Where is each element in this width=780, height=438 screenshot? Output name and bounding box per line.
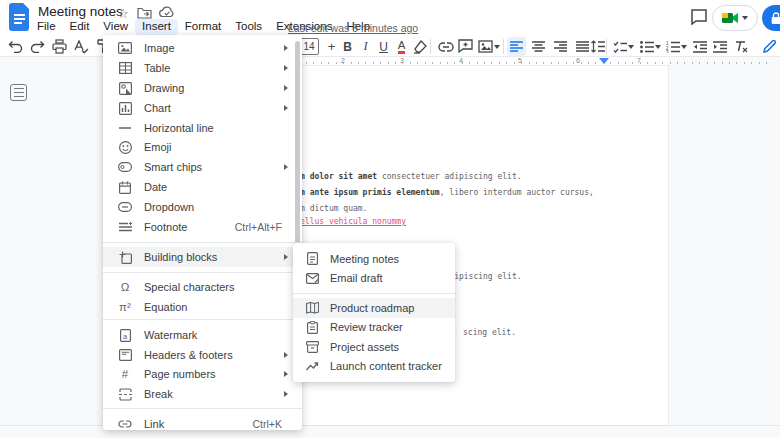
submenu-arrow — [284, 391, 288, 397]
increase-indent-icon[interactable] — [710, 37, 729, 56]
menu-item-chart[interactable]: Chart — [103, 98, 302, 118]
submenu-arrow — [284, 45, 288, 51]
menu-item-watermark[interactable]: a Watermark — [103, 325, 302, 345]
menu-item-equation[interactable]: π² Equation — [103, 297, 302, 317]
insert-menu: Image Table Drawing Chart Horizontal lin… — [103, 35, 302, 430]
menu-item-horizontal-line[interactable]: Horizontal line — [103, 118, 302, 138]
menu-item-dropdown[interactable]: Dropdown — [103, 197, 302, 217]
google-docs-window: Meeting notes ☆ File Edit View Insert Fo… — [0, 0, 780, 438]
align-right-icon[interactable] — [551, 37, 570, 56]
show-outline-icon[interactable] — [10, 84, 27, 101]
redo-icon[interactable] — [28, 37, 47, 56]
drawing-icon — [117, 80, 133, 96]
review-tracker-icon — [305, 320, 320, 335]
menu-item-image[interactable]: Image — [103, 38, 302, 58]
table-icon — [117, 60, 133, 76]
link-icon — [117, 416, 133, 432]
product-roadmap-icon — [305, 300, 320, 315]
menu-insert[interactable]: Insert — [135, 19, 178, 35]
special-characters-icon: Ω — [117, 279, 133, 295]
text-color-icon[interactable]: A — [392, 37, 411, 56]
menu-view[interactable]: View — [96, 19, 135, 35]
date-icon — [117, 179, 133, 195]
submenu-item-review-tracker[interactable]: Review tracker — [293, 318, 455, 338]
docs-logo-icon[interactable] — [9, 3, 31, 31]
meet-icon — [722, 11, 739, 25]
menu-item-headers-footers[interactable]: Headers & footers — [103, 345, 302, 365]
menu-file[interactable]: File — [30, 19, 63, 35]
editing-mode-pencil-icon[interactable] — [760, 37, 779, 56]
underline-icon[interactable]: U — [374, 37, 393, 56]
open-comments-icon[interactable] — [690, 8, 708, 26]
svg-text:a: a — [123, 331, 128, 340]
numbered-list-caret[interactable] — [681, 45, 687, 49]
document-title[interactable]: Meeting notes — [38, 4, 123, 19]
menu-item-link[interactable]: Link Ctrl+K — [103, 414, 302, 434]
doc-text-line: m dictum quam. — [300, 203, 367, 214]
decrease-indent-icon[interactable] — [690, 37, 709, 56]
menu-tools[interactable]: Tools — [228, 19, 269, 35]
emoji-icon — [117, 139, 133, 155]
line-spacing-icon[interactable] — [588, 37, 607, 56]
last-edit-link[interactable]: Last edit was 5 minutes ago — [288, 22, 418, 34]
insert-link-icon[interactable] — [436, 37, 455, 56]
ruler-number: 7 — [637, 57, 641, 64]
doc-text-line: m ante ipsum primis elementum, libero in… — [300, 187, 594, 198]
svg-text:3: 3 — [666, 49, 669, 53]
menu-item-emoji[interactable]: Emoji — [103, 137, 302, 157]
submenu-item-email-draft[interactable]: Email draft — [293, 269, 455, 289]
font-size-value[interactable]: 14 — [299, 38, 319, 55]
menu-item-date[interactable]: Date — [103, 177, 302, 197]
spellcheck-icon[interactable] — [72, 37, 91, 56]
menu-item-page-numbers[interactable]: # Page numbers — [103, 364, 302, 384]
menu-item-footnote[interactable]: Footnote Ctrl+Alt+F — [103, 217, 302, 237]
building-blocks-submenu: Meeting notes Email draft Product roadma… — [293, 243, 455, 382]
undo-icon[interactable] — [6, 37, 25, 56]
menu-item-smart-chips[interactable]: Smart chips — [103, 157, 302, 177]
submenu-arrow — [284, 371, 288, 377]
right-indent-marker[interactable] — [599, 58, 609, 64]
align-center-icon[interactable] — [529, 37, 548, 56]
menu-item-table[interactable]: Table — [103, 58, 302, 78]
menu-edit[interactable]: Edit — [63, 19, 97, 35]
submenu-item-meeting-notes[interactable]: Meeting notes — [293, 249, 455, 269]
menu-format[interactable]: Format — [178, 19, 228, 35]
bullet-list-caret[interactable] — [655, 45, 661, 49]
project-assets-icon — [305, 339, 320, 354]
doc-text-line: ellus vehicula nonummy — [300, 216, 406, 227]
submenu-item-product-roadmap[interactable]: Product roadmap — [293, 298, 455, 318]
submenu-arrow — [284, 352, 288, 358]
ruler-number: 3 — [400, 57, 404, 64]
watermark-icon: a — [117, 327, 133, 343]
menu-item-building-blocks[interactable]: Building blocks — [103, 247, 302, 267]
print-icon[interactable] — [50, 37, 69, 56]
align-left-icon[interactable] — [507, 37, 526, 56]
add-comment-icon[interactable] — [456, 37, 475, 56]
submenu-arrow — [284, 105, 288, 111]
meet-dropdown-caret — [742, 16, 748, 20]
share-button[interactable] — [762, 5, 780, 31]
checklist-icon[interactable] — [610, 37, 629, 56]
highlight-icon[interactable] — [410, 37, 429, 56]
numbered-list-icon[interactable]: 123 — [663, 37, 682, 56]
equation-icon: π² — [117, 299, 133, 315]
shortcut-label: Ctrl+Alt+F — [235, 221, 282, 233]
menu-item-break[interactable]: Break — [103, 384, 302, 404]
menu-item-special-characters[interactable]: Ω Special characters — [103, 277, 302, 297]
bold-icon[interactable]: B — [338, 37, 357, 56]
clear-formatting-icon[interactable] — [731, 37, 750, 56]
italic-icon[interactable]: I — [356, 37, 375, 56]
checklist-caret[interactable] — [628, 45, 634, 49]
submenu-item-launch-content-tracker[interactable]: Launch content tracker — [293, 357, 455, 377]
meet-button[interactable] — [712, 5, 758, 31]
launch-content-tracker-icon — [305, 359, 320, 374]
bullet-list-icon[interactable] — [637, 37, 656, 56]
ruler-number: 2 — [341, 57, 345, 64]
doc-text-line: scing elit. — [463, 327, 516, 338]
doc-link[interactable]: ellus vehicula nonummy — [300, 217, 406, 226]
image-dropdown-caret[interactable] — [494, 45, 500, 49]
menu-item-drawing[interactable]: Drawing — [103, 78, 302, 98]
submenu-item-project-assets[interactable]: Project assets — [293, 337, 455, 357]
insert-image-icon[interactable] — [476, 37, 495, 56]
break-icon — [117, 386, 133, 402]
